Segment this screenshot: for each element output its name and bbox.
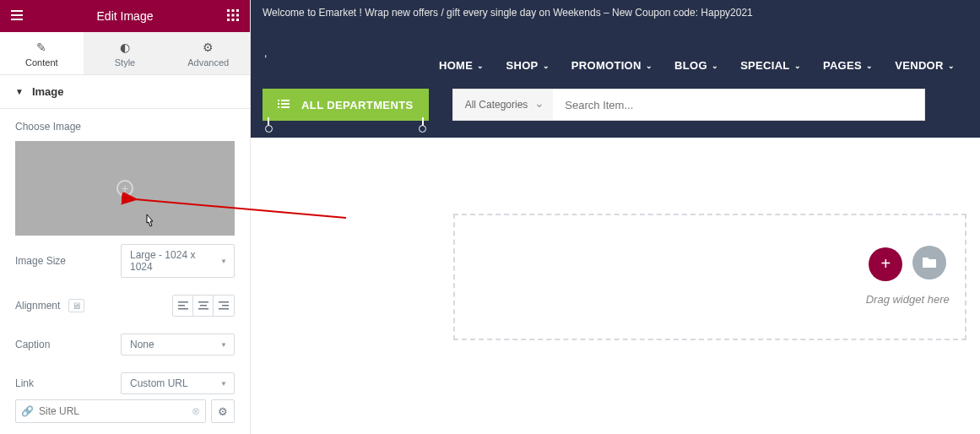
plus-icon: + [116, 180, 133, 197]
choose-image-label: Choose Image [15, 121, 235, 133]
tab-advanced-label: Advanced [187, 57, 229, 68]
svg-rect-5 [236, 14, 239, 16]
chevron-down-icon: ⌄ [948, 62, 955, 70]
alignment-buttons [172, 295, 235, 317]
preview-canvas: Welcome to Emarket ! Wrap new offers / g… [251, 0, 980, 434]
svg-rect-8 [236, 19, 239, 21]
search-row: ALL DEPARTMENTS All Categories [251, 87, 980, 138]
resize-handle-right[interactable] [419, 117, 427, 129]
nav-pages[interactable]: PAGES⌄ [823, 59, 873, 72]
nav-special[interactable]: SPECIAL⌄ [740, 59, 801, 72]
editor-panel: Edit Image ✎ Content ◐ Style ⚙ Advanced … [0, 0, 251, 434]
panel-tabs: ✎ Content ◐ Style ⚙ Advanced [0, 32, 250, 75]
departments-label: ALL DEPARTMENTS [301, 99, 414, 111]
pencil-icon: ✎ [0, 41, 84, 54]
caret-down-icon: ▼ [15, 87, 24, 96]
chevron-down-icon: ⌄ [646, 62, 652, 70]
responsive-icon[interactable]: 🖥 [68, 299, 84, 312]
alignment-row: Alignment 🖥 [15, 286, 235, 325]
image-size-label: Image Size [15, 255, 66, 267]
link-row: Link Custom URL [15, 364, 235, 403]
hamburger-icon[interactable] [10, 8, 24, 24]
align-right-button[interactable] [214, 296, 234, 316]
image-size-row: Image Size Large - 1024 x 1024 [15, 236, 235, 286]
search-input[interactable] [553, 89, 924, 121]
add-widget-button[interactable]: + [869, 247, 902, 281]
nav-promotion[interactable]: PROMOTION⌄ [571, 59, 652, 72]
template-library-button[interactable] [912, 246, 946, 279]
svg-rect-4 [232, 14, 235, 16]
clear-icon[interactable]: ⊗ [192, 405, 200, 417]
svg-rect-1 [232, 9, 235, 12]
tab-style[interactable]: ◐ Style [84, 32, 167, 74]
link-icon: 🔗 [21, 405, 34, 417]
choose-image-well[interactable]: + [15, 141, 235, 236]
all-departments-button[interactable]: ALL DEPARTMENTS [263, 89, 429, 121]
image-size-select[interactable]: Large - 1024 x 1024 [121, 244, 235, 278]
align-left-button[interactable] [173, 296, 193, 316]
tab-content-label: Content [25, 57, 58, 68]
alignment-label: Alignment 🖥 [15, 300, 84, 312]
chevron-down-icon: ⌄ [794, 62, 801, 70]
caption-select[interactable]: None [121, 334, 235, 355]
panel-title: Edit Image [97, 9, 154, 23]
section-image-body: Choose Image + Image Size Large - 1024 x… [0, 109, 250, 434]
url-row: 🔗 ⊗ ⚙ [15, 399, 235, 423]
nav-row: HOME⌄ SHOP⌄ PROMOTION⌄ BLOG⌄ SPECIAL⌄ PA… [263, 59, 968, 72]
chevron-down-icon: ⌄ [866, 62, 873, 70]
nav-vendor[interactable]: VENDOR⌄ [895, 59, 955, 72]
chevron-down-icon: ⌄ [477, 62, 484, 70]
main-nav: , HOME⌄ SHOP⌄ PROMOTION⌄ BLOG⌄ SPECIAL⌄ … [251, 25, 980, 87]
tab-style-label: Style [115, 57, 135, 68]
svg-rect-0 [227, 9, 230, 12]
stray-comma: , [263, 44, 968, 59]
svg-rect-6 [227, 19, 230, 21]
widget-controls: + Drag widget here [865, 246, 950, 306]
svg-rect-2 [236, 9, 239, 12]
align-center-button[interactable] [193, 296, 214, 316]
nav-home[interactable]: HOME⌄ [439, 59, 485, 72]
nav-blog[interactable]: BLOG⌄ [674, 59, 718, 72]
resize-handle-left[interactable] [264, 117, 273, 129]
contrast-icon: ◐ [84, 41, 167, 54]
chevron-down-icon: ⌄ [543, 62, 550, 70]
panel-header: Edit Image [0, 0, 250, 32]
announcement-bar: Welcome to Emarket ! Wrap new offers / g… [251, 0, 980, 25]
chevron-down-icon: ⌄ [712, 62, 718, 70]
link-label: Link [15, 377, 34, 389]
category-select[interactable]: All Categories [452, 89, 554, 121]
tab-content[interactable]: ✎ Content [0, 32, 84, 74]
url-input[interactable] [37, 400, 192, 422]
caption-row: Caption None [15, 325, 235, 364]
gear-icon: ⚙ [166, 41, 250, 54]
canvas-area: + Drag widget here [251, 138, 980, 424]
section-image-header[interactable]: ▼ Image [0, 75, 250, 109]
tab-advanced[interactable]: ⚙ Advanced [166, 32, 250, 74]
drag-widget-text: Drag widget here [865, 293, 950, 306]
nav-shop[interactable]: SHOP⌄ [506, 59, 550, 72]
url-input-wrap: 🔗 ⊗ [15, 399, 206, 423]
svg-rect-3 [227, 14, 230, 16]
svg-rect-7 [232, 19, 235, 21]
link-select[interactable]: Custom URL [121, 372, 235, 394]
apps-grid-icon[interactable] [226, 8, 240, 24]
url-settings-button[interactable]: ⚙ [211, 399, 235, 423]
caption-label: Caption [15, 339, 50, 350]
section-title: Image [32, 85, 64, 98]
search-bar: All Categories [452, 89, 925, 121]
list-icon [278, 99, 290, 111]
